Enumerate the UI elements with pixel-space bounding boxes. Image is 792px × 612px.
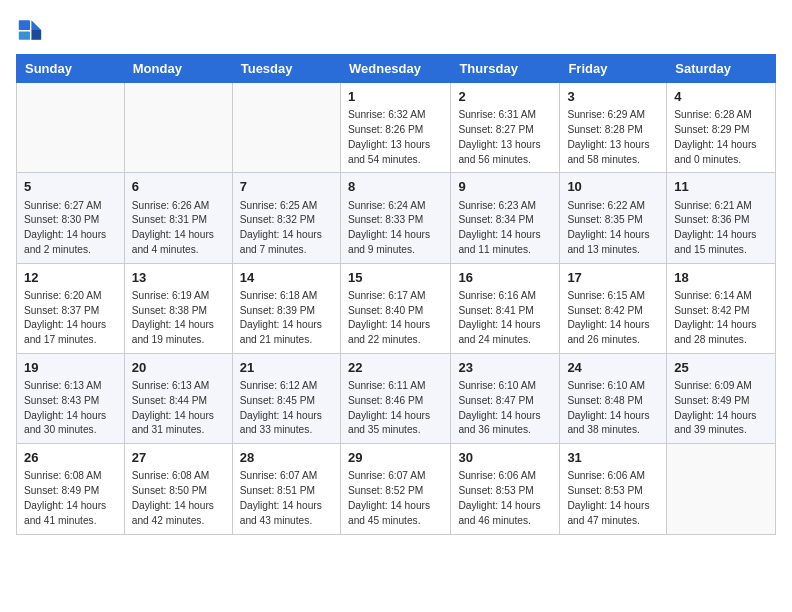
calendar-header-monday: Monday bbox=[124, 55, 232, 83]
calendar-cell: 27Sunrise: 6:08 AM Sunset: 8:50 PM Dayli… bbox=[124, 444, 232, 534]
calendar-table: SundayMondayTuesdayWednesdayThursdayFrid… bbox=[16, 54, 776, 535]
calendar-cell: 19Sunrise: 6:13 AM Sunset: 8:43 PM Dayli… bbox=[17, 353, 125, 443]
day-number: 1 bbox=[348, 88, 443, 106]
day-number: 4 bbox=[674, 88, 768, 106]
day-number: 31 bbox=[567, 449, 659, 467]
day-info: Sunrise: 6:10 AM Sunset: 8:47 PM Dayligh… bbox=[458, 379, 552, 438]
day-number: 3 bbox=[567, 88, 659, 106]
calendar-cell: 16Sunrise: 6:16 AM Sunset: 8:41 PM Dayli… bbox=[451, 263, 560, 353]
day-info: Sunrise: 6:19 AM Sunset: 8:38 PM Dayligh… bbox=[132, 289, 225, 348]
day-number: 22 bbox=[348, 359, 443, 377]
calendar-header-row: SundayMondayTuesdayWednesdayThursdayFrid… bbox=[17, 55, 776, 83]
day-info: Sunrise: 6:13 AM Sunset: 8:43 PM Dayligh… bbox=[24, 379, 117, 438]
calendar-cell: 1Sunrise: 6:32 AM Sunset: 8:26 PM Daylig… bbox=[340, 83, 450, 173]
day-info: Sunrise: 6:22 AM Sunset: 8:35 PM Dayligh… bbox=[567, 199, 659, 258]
day-info: Sunrise: 6:29 AM Sunset: 8:28 PM Dayligh… bbox=[567, 108, 659, 167]
svg-rect-2 bbox=[19, 20, 30, 30]
svg-marker-0 bbox=[31, 20, 41, 30]
calendar-week-row: 19Sunrise: 6:13 AM Sunset: 8:43 PM Dayli… bbox=[17, 353, 776, 443]
day-info: Sunrise: 6:32 AM Sunset: 8:26 PM Dayligh… bbox=[348, 108, 443, 167]
day-number: 25 bbox=[674, 359, 768, 377]
day-info: Sunrise: 6:08 AM Sunset: 8:50 PM Dayligh… bbox=[132, 469, 225, 528]
calendar-cell bbox=[667, 444, 776, 534]
calendar-header-thursday: Thursday bbox=[451, 55, 560, 83]
calendar-cell: 31Sunrise: 6:06 AM Sunset: 8:53 PM Dayli… bbox=[560, 444, 667, 534]
calendar-cell: 20Sunrise: 6:13 AM Sunset: 8:44 PM Dayli… bbox=[124, 353, 232, 443]
page-header bbox=[16, 16, 776, 44]
calendar-cell: 22Sunrise: 6:11 AM Sunset: 8:46 PM Dayli… bbox=[340, 353, 450, 443]
day-number: 20 bbox=[132, 359, 225, 377]
day-info: Sunrise: 6:28 AM Sunset: 8:29 PM Dayligh… bbox=[674, 108, 768, 167]
calendar-cell: 15Sunrise: 6:17 AM Sunset: 8:40 PM Dayli… bbox=[340, 263, 450, 353]
day-number: 15 bbox=[348, 269, 443, 287]
calendar-header-saturday: Saturday bbox=[667, 55, 776, 83]
day-number: 28 bbox=[240, 449, 333, 467]
calendar-cell: 29Sunrise: 6:07 AM Sunset: 8:52 PM Dayli… bbox=[340, 444, 450, 534]
day-info: Sunrise: 6:23 AM Sunset: 8:34 PM Dayligh… bbox=[458, 199, 552, 258]
day-info: Sunrise: 6:21 AM Sunset: 8:36 PM Dayligh… bbox=[674, 199, 768, 258]
calendar-cell: 4Sunrise: 6:28 AM Sunset: 8:29 PM Daylig… bbox=[667, 83, 776, 173]
day-number: 5 bbox=[24, 178, 117, 196]
day-info: Sunrise: 6:07 AM Sunset: 8:51 PM Dayligh… bbox=[240, 469, 333, 528]
calendar-cell: 7Sunrise: 6:25 AM Sunset: 8:32 PM Daylig… bbox=[232, 173, 340, 263]
day-number: 6 bbox=[132, 178, 225, 196]
day-info: Sunrise: 6:09 AM Sunset: 8:49 PM Dayligh… bbox=[674, 379, 768, 438]
calendar-cell: 25Sunrise: 6:09 AM Sunset: 8:49 PM Dayli… bbox=[667, 353, 776, 443]
day-info: Sunrise: 6:16 AM Sunset: 8:41 PM Dayligh… bbox=[458, 289, 552, 348]
calendar-cell: 26Sunrise: 6:08 AM Sunset: 8:49 PM Dayli… bbox=[17, 444, 125, 534]
logo-icon bbox=[16, 16, 44, 44]
logo bbox=[16, 16, 48, 44]
day-info: Sunrise: 6:15 AM Sunset: 8:42 PM Dayligh… bbox=[567, 289, 659, 348]
day-info: Sunrise: 6:08 AM Sunset: 8:49 PM Dayligh… bbox=[24, 469, 117, 528]
day-number: 29 bbox=[348, 449, 443, 467]
calendar-header-tuesday: Tuesday bbox=[232, 55, 340, 83]
calendar-cell: 30Sunrise: 6:06 AM Sunset: 8:53 PM Dayli… bbox=[451, 444, 560, 534]
day-info: Sunrise: 6:07 AM Sunset: 8:52 PM Dayligh… bbox=[348, 469, 443, 528]
day-number: 30 bbox=[458, 449, 552, 467]
calendar-cell: 3Sunrise: 6:29 AM Sunset: 8:28 PM Daylig… bbox=[560, 83, 667, 173]
day-number: 21 bbox=[240, 359, 333, 377]
day-number: 8 bbox=[348, 178, 443, 196]
day-number: 24 bbox=[567, 359, 659, 377]
calendar-week-row: 26Sunrise: 6:08 AM Sunset: 8:49 PM Dayli… bbox=[17, 444, 776, 534]
day-number: 13 bbox=[132, 269, 225, 287]
calendar-cell: 13Sunrise: 6:19 AM Sunset: 8:38 PM Dayli… bbox=[124, 263, 232, 353]
calendar-cell bbox=[124, 83, 232, 173]
calendar-cell: 14Sunrise: 6:18 AM Sunset: 8:39 PM Dayli… bbox=[232, 263, 340, 353]
day-info: Sunrise: 6:06 AM Sunset: 8:53 PM Dayligh… bbox=[567, 469, 659, 528]
day-info: Sunrise: 6:20 AM Sunset: 8:37 PM Dayligh… bbox=[24, 289, 117, 348]
calendar-week-row: 1Sunrise: 6:32 AM Sunset: 8:26 PM Daylig… bbox=[17, 83, 776, 173]
day-number: 16 bbox=[458, 269, 552, 287]
calendar-cell: 17Sunrise: 6:15 AM Sunset: 8:42 PM Dayli… bbox=[560, 263, 667, 353]
day-number: 17 bbox=[567, 269, 659, 287]
calendar-header-wednesday: Wednesday bbox=[340, 55, 450, 83]
day-info: Sunrise: 6:17 AM Sunset: 8:40 PM Dayligh… bbox=[348, 289, 443, 348]
calendar-cell: 18Sunrise: 6:14 AM Sunset: 8:42 PM Dayli… bbox=[667, 263, 776, 353]
calendar-cell: 2Sunrise: 6:31 AM Sunset: 8:27 PM Daylig… bbox=[451, 83, 560, 173]
day-number: 14 bbox=[240, 269, 333, 287]
day-number: 2 bbox=[458, 88, 552, 106]
day-info: Sunrise: 6:18 AM Sunset: 8:39 PM Dayligh… bbox=[240, 289, 333, 348]
day-number: 23 bbox=[458, 359, 552, 377]
calendar-cell: 10Sunrise: 6:22 AM Sunset: 8:35 PM Dayli… bbox=[560, 173, 667, 263]
calendar-cell: 28Sunrise: 6:07 AM Sunset: 8:51 PM Dayli… bbox=[232, 444, 340, 534]
calendar-week-row: 12Sunrise: 6:20 AM Sunset: 8:37 PM Dayli… bbox=[17, 263, 776, 353]
calendar-cell: 23Sunrise: 6:10 AM Sunset: 8:47 PM Dayli… bbox=[451, 353, 560, 443]
day-info: Sunrise: 6:25 AM Sunset: 8:32 PM Dayligh… bbox=[240, 199, 333, 258]
calendar-cell: 5Sunrise: 6:27 AM Sunset: 8:30 PM Daylig… bbox=[17, 173, 125, 263]
svg-marker-1 bbox=[31, 30, 41, 40]
day-info: Sunrise: 6:13 AM Sunset: 8:44 PM Dayligh… bbox=[132, 379, 225, 438]
calendar-cell bbox=[232, 83, 340, 173]
day-info: Sunrise: 6:12 AM Sunset: 8:45 PM Dayligh… bbox=[240, 379, 333, 438]
day-info: Sunrise: 6:27 AM Sunset: 8:30 PM Dayligh… bbox=[24, 199, 117, 258]
day-number: 18 bbox=[674, 269, 768, 287]
day-info: Sunrise: 6:14 AM Sunset: 8:42 PM Dayligh… bbox=[674, 289, 768, 348]
calendar-header-friday: Friday bbox=[560, 55, 667, 83]
calendar-cell: 24Sunrise: 6:10 AM Sunset: 8:48 PM Dayli… bbox=[560, 353, 667, 443]
day-number: 11 bbox=[674, 178, 768, 196]
calendar-cell: 12Sunrise: 6:20 AM Sunset: 8:37 PM Dayli… bbox=[17, 263, 125, 353]
calendar-cell: 8Sunrise: 6:24 AM Sunset: 8:33 PM Daylig… bbox=[340, 173, 450, 263]
day-info: Sunrise: 6:24 AM Sunset: 8:33 PM Dayligh… bbox=[348, 199, 443, 258]
day-number: 19 bbox=[24, 359, 117, 377]
day-info: Sunrise: 6:31 AM Sunset: 8:27 PM Dayligh… bbox=[458, 108, 552, 167]
